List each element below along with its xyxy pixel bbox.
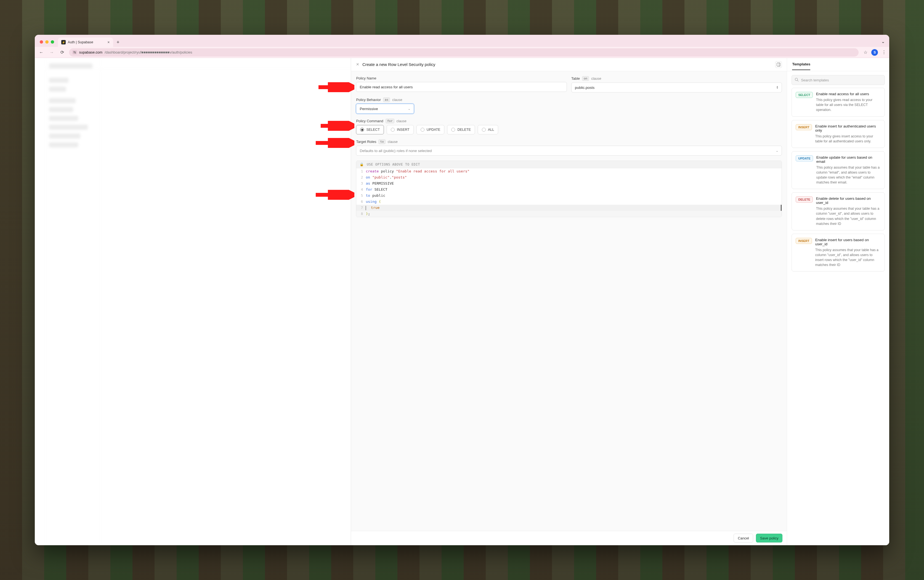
sql-banner-text: USE OPTIONS ABOVE TO EDIT	[367, 163, 420, 166]
code-content: using (	[366, 199, 381, 205]
table-select[interactable]: public.posts ▲▼	[571, 82, 782, 92]
modal-header: × Create a new Row Level Security policy	[351, 58, 787, 71]
cancel-button[interactable]: Cancel	[734, 534, 753, 542]
chevron-down-icon: ⌄	[776, 149, 778, 153]
code-line[interactable]: 6using (	[356, 199, 782, 205]
line-number: 8	[356, 211, 366, 217]
roles-clause: clause	[388, 140, 398, 144]
template-card[interactable]: INSERTEnable insert for users based on u…	[792, 234, 885, 272]
templates-search-placeholder: Search templates	[801, 78, 829, 82]
code-content: create policy "Enable read access for al…	[366, 168, 469, 175]
command-radio-label: INSERT	[397, 128, 410, 132]
radio-dot-icon	[391, 128, 395, 132]
page-content: × Create a new Row Level Security policy…	[35, 58, 889, 545]
template-body: Enable insert for users based on user_id…	[815, 238, 881, 268]
line-number: 5	[356, 193, 366, 199]
command-radio-update[interactable]: UPDATE	[417, 125, 445, 134]
code-content: for SELECT	[366, 186, 387, 193]
reload-button[interactable]: ⟳	[59, 49, 66, 56]
roles-label: Target Roles	[356, 140, 376, 144]
sql-editor-banner: 🔒 USE OPTIONS ABOVE TO EDIT	[356, 161, 782, 168]
tab-title: Auth | Supabase	[68, 40, 93, 44]
new-tab-button[interactable]: +	[114, 38, 122, 46]
radio-dot-icon	[360, 128, 364, 132]
line-number: 7	[356, 205, 366, 211]
radio-dot-icon	[482, 128, 486, 132]
tabs-overflow-icon[interactable]: ⌄	[881, 39, 885, 44]
code-line[interactable]: 2on "public"."posts"	[356, 175, 782, 180]
window-zoom-icon[interactable]	[51, 40, 54, 44]
template-card[interactable]: UPDATEEnable update for users based on e…	[792, 151, 885, 189]
command-radio-select[interactable]: SELECT	[356, 125, 384, 134]
line-number: 4	[356, 186, 366, 193]
collapse-sidebar-icon[interactable]	[775, 61, 782, 68]
template-title: Enable update for users based on email	[816, 155, 881, 164]
command-clause: clause	[397, 119, 407, 123]
template-body: Enable delete for users based on user_id…	[816, 196, 881, 226]
templates-search-input[interactable]: Search templates	[792, 75, 885, 85]
svg-line-7	[797, 80, 799, 81]
chevron-down-icon: ⌄	[408, 107, 410, 110]
template-card[interactable]: SELECTEnable read access for all usersTh…	[792, 88, 885, 117]
as-chip: as	[383, 97, 390, 102]
roles-select[interactable]: Defaults to all (public) roles if none s…	[356, 146, 782, 156]
template-description: This policy assumes that your table has …	[815, 247, 881, 268]
close-icon[interactable]: ×	[356, 61, 359, 68]
template-description: This policy gives read access to your ta…	[816, 97, 881, 112]
browser-tab[interactable]: ⚡ Auth | Supabase ×	[58, 38, 113, 47]
url-path: /dashboard/project/ryuf■■■■■■■■■■■■■v/au…	[105, 50, 192, 54]
rls-policy-modal: × Create a new Row Level Security policy…	[351, 58, 889, 545]
command-field: Policy Command for clause SELECTINSERTUP…	[356, 119, 782, 134]
svg-point-6	[795, 78, 797, 81]
table-label: Table	[571, 76, 580, 81]
code-line[interactable]: 5to public	[356, 193, 782, 199]
for-chip: for	[385, 119, 394, 124]
command-radio-label: SELECT	[366, 128, 380, 132]
modal-footer: Cancel Save policy	[351, 531, 787, 545]
code-line[interactable]: 4for SELECT	[356, 186, 782, 193]
window-close-icon[interactable]	[40, 40, 43, 44]
template-card[interactable]: INSERTEnable insert for authenticated us…	[792, 120, 885, 148]
save-policy-button[interactable]: Save policy	[756, 534, 782, 542]
behavior-select[interactable]: Permissive ⌄	[356, 104, 414, 114]
code-line[interactable]: 7 true	[356, 205, 782, 211]
on-chip: on	[582, 76, 589, 81]
behavior-label: Policy Behavior	[356, 98, 381, 102]
address-bar[interactable]: ⇆ supabase.com/dashboard/project/ryuf■■■…	[69, 48, 859, 56]
code-content: as PERMISSIVE	[366, 180, 394, 186]
command-radio-delete[interactable]: DELETE	[447, 125, 475, 134]
code-line[interactable]: 1create policy "Enable read access for a…	[356, 168, 782, 175]
template-card[interactable]: DELETEEnable delete for users based on u…	[792, 192, 885, 231]
command-radio-all[interactable]: ALL	[478, 125, 498, 134]
template-badge: DELETE	[796, 196, 812, 203]
policy-name-input[interactable]: Enable read access for all users	[356, 82, 567, 92]
code-content: true	[366, 205, 379, 211]
lock-icon: 🔒	[360, 163, 364, 166]
command-radio-insert[interactable]: INSERT	[387, 125, 414, 134]
browser-toolbar: ← → ⟳ ⇆ supabase.com/dashboard/project/r…	[35, 47, 889, 58]
forward-button[interactable]: →	[48, 49, 56, 56]
site-info-icon[interactable]: ⇆	[72, 50, 77, 54]
browser-menu-icon[interactable]: ⋮	[882, 49, 886, 55]
back-button[interactable]: ←	[38, 49, 45, 56]
window-minimize-icon[interactable]	[45, 40, 49, 44]
roles-placeholder: Defaults to all (public) roles if none s…	[360, 149, 432, 153]
sql-editor[interactable]: 🔒 USE OPTIONS ABOVE TO EDIT 1create poli…	[356, 161, 782, 217]
code-content: to public	[366, 193, 385, 199]
profile-avatar[interactable]: S	[871, 49, 878, 56]
tab-close-icon[interactable]: ×	[107, 40, 110, 44]
policy-form-pane: × Create a new Row Level Security policy…	[351, 58, 787, 545]
roles-field: Target Roles to clause Defaults to all (…	[356, 139, 782, 156]
sql-lines[interactable]: 1create policy "Enable read access for a…	[356, 168, 782, 217]
to-chip: to	[378, 139, 385, 144]
bookmark-icon[interactable]: ☆	[863, 49, 867, 55]
code-content: );	[366, 211, 370, 217]
code-line[interactable]: 8);	[356, 211, 782, 217]
behavior-clause: clause	[392, 98, 402, 102]
code-line[interactable]: 3as PERMISSIVE	[356, 180, 782, 186]
templates-pane: Templates Search templates SELECTEnable …	[787, 58, 889, 545]
templates-header: Templates	[787, 58, 889, 71]
command-label: Policy Command	[356, 119, 383, 123]
template-body: Enable update for users based on emailTh…	[816, 155, 881, 185]
template-title: Enable insert for authenticated users on…	[815, 124, 881, 132]
